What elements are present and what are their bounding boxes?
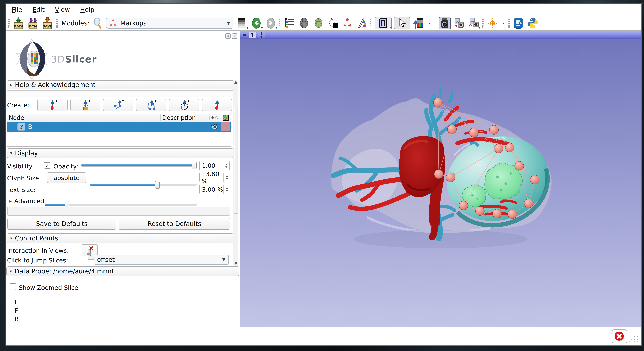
crosshair-dropdown[interactable]: ▾ bbox=[501, 17, 506, 29]
toolbar-grip[interactable] bbox=[279, 18, 281, 28]
extensions-manager-button[interactable] bbox=[512, 17, 524, 29]
resize-grip-icon[interactable] bbox=[627, 335, 638, 344]
toolbar-grip[interactable] bbox=[434, 18, 436, 28]
window-level-button[interactable] bbox=[412, 17, 425, 29]
control-point[interactable] bbox=[434, 170, 443, 178]
toolbar-grip[interactable] bbox=[482, 18, 484, 28]
view3d-viewport[interactable] bbox=[240, 39, 641, 327]
jump-mode-combobox[interactable]: offset ▼ bbox=[94, 254, 229, 265]
control-point[interactable] bbox=[433, 98, 442, 107]
glyph-size-slider[interactable] bbox=[90, 181, 196, 189]
spin-arrows[interactable]: ▲▼ bbox=[224, 173, 230, 182]
opacity-slider-handle[interactable] bbox=[192, 162, 196, 169]
control-point[interactable] bbox=[446, 173, 455, 182]
menu-file[interactable]: File bbox=[12, 6, 22, 14]
glyph-size-spinbox[interactable]: 13.80 % ▲▼ bbox=[199, 173, 230, 182]
window-level-dropdown[interactable]: ▾ bbox=[427, 17, 432, 29]
scroll-down-icon[interactable]: ▼ bbox=[234, 261, 238, 266]
create-angle-button[interactable] bbox=[103, 98, 133, 111]
save-button[interactable]: SAVE bbox=[41, 17, 54, 29]
menu-edit[interactable]: Edit bbox=[32, 6, 45, 14]
reset-to-defaults-button[interactable]: Reset to Defaults bbox=[118, 218, 230, 230]
python-console-button[interactable] bbox=[527, 17, 539, 29]
menu-help[interactable]: Help bbox=[80, 6, 94, 14]
load-data-button[interactable]: DATA bbox=[12, 17, 24, 29]
node-row-b[interactable]: ? B bbox=[7, 122, 231, 132]
subject-hierarchy-button[interactable] bbox=[284, 17, 296, 29]
module-panel-button[interactable]: ▾ bbox=[236, 17, 248, 29]
description-column-header[interactable]: Description bbox=[160, 114, 209, 121]
panel-close-button[interactable]: ✕ bbox=[232, 34, 237, 39]
control-point[interactable] bbox=[505, 143, 514, 152]
load-dicom-button[interactable]: DCM bbox=[27, 17, 39, 29]
scroll-up-icon[interactable]: ▲ bbox=[234, 80, 238, 85]
display-collapsible[interactable]: ▾ Display bbox=[7, 148, 234, 158]
view-crosshair-icon[interactable] bbox=[258, 32, 265, 38]
glyph-size-mode-button[interactable]: absolute bbox=[47, 172, 86, 183]
control-point[interactable] bbox=[530, 175, 539, 184]
node-column-header[interactable]: Node bbox=[7, 114, 160, 121]
visibility-column-header[interactable] bbox=[209, 116, 220, 120]
panel-float-button[interactable]: ⧉ bbox=[225, 34, 230, 39]
visibility-checkbox[interactable]: ✓ bbox=[44, 162, 50, 168]
view3d-header-bar[interactable]: 1 bbox=[240, 32, 641, 39]
models-green-button[interactable] bbox=[312, 17, 324, 29]
models-dark-button[interactable] bbox=[298, 17, 310, 29]
opacity-slider[interactable] bbox=[81, 162, 196, 169]
glyph-slider-handle[interactable] bbox=[155, 181, 160, 189]
toolbar-grip[interactable] bbox=[8, 18, 10, 28]
toolbar-grip[interactable] bbox=[508, 18, 510, 28]
control-point[interactable] bbox=[459, 201, 468, 210]
mouse-interaction-button[interactable] bbox=[394, 17, 410, 29]
create-closed-curve-button[interactable] bbox=[169, 98, 199, 111]
data-probe-collapsible[interactable]: ▾ Data Probe: /home/aure/4.mrml bbox=[6, 266, 239, 276]
show-zoomed-slice-checkbox[interactable] bbox=[10, 284, 16, 290]
control-point[interactable] bbox=[469, 128, 478, 137]
history-back-button[interactable]: ▾ bbox=[250, 17, 262, 29]
create-line-button[interactable] bbox=[70, 98, 100, 111]
annotations-button[interactable] bbox=[356, 17, 368, 29]
create-point-button[interactable] bbox=[37, 98, 68, 111]
control-point[interactable] bbox=[494, 144, 503, 153]
toolbar-grip[interactable] bbox=[370, 18, 372, 28]
history-forward-button[interactable]: ▾ bbox=[265, 17, 277, 29]
modules-combobox[interactable]: Markups ▼ bbox=[106, 18, 234, 28]
control-point[interactable] bbox=[475, 206, 484, 216]
control-points-collapsible[interactable]: ▾ Control Points bbox=[7, 234, 234, 243]
control-point[interactable] bbox=[515, 161, 524, 170]
control-point[interactable] bbox=[448, 125, 456, 134]
help-ack-collapsible[interactable]: ▸ Help & Acknowledgement bbox=[7, 80, 234, 89]
module-search-button[interactable] bbox=[92, 17, 104, 29]
view3d-column: 1 bbox=[240, 30, 641, 345]
layout-selector-button[interactable]: ▾ bbox=[374, 17, 392, 29]
save-to-defaults-button[interactable]: Save to Defaults bbox=[8, 218, 116, 230]
scrollbar-thumb[interactable] bbox=[234, 106, 238, 214]
pin-icon[interactable] bbox=[241, 33, 247, 37]
panel-scrollbar[interactable]: ▲ ▼ bbox=[234, 80, 238, 266]
control-point[interactable] bbox=[493, 209, 502, 218]
close-view-button[interactable] bbox=[612, 329, 627, 344]
spin-arrows[interactable]: ▲▼ bbox=[224, 185, 230, 194]
opacity-spinbox[interactable]: 1.00 ▲▼ bbox=[199, 161, 230, 170]
menu-view[interactable]: View bbox=[55, 6, 70, 14]
control-point[interactable] bbox=[508, 210, 517, 219]
node-color-button[interactable] bbox=[220, 122, 231, 131]
click-to-jump-checkbox[interactable] bbox=[82, 256, 88, 262]
toolbar-grip[interactable] bbox=[56, 18, 58, 28]
text-size-spinbox[interactable]: 3.00 % ▲▼ bbox=[199, 185, 230, 194]
screenshot-button[interactable] bbox=[439, 17, 451, 29]
color-column-header[interactable] bbox=[220, 115, 231, 120]
advanced-collapsible[interactable]: ▸ Advanced bbox=[10, 198, 44, 204]
control-point[interactable] bbox=[490, 125, 498, 134]
view3d-tab[interactable]: 1 bbox=[248, 32, 256, 38]
markups-place-button[interactable] bbox=[341, 17, 354, 29]
create-open-curve-button[interactable] bbox=[136, 98, 166, 111]
scene-view-button[interactable] bbox=[453, 17, 465, 29]
node-visibility-toggle[interactable] bbox=[209, 124, 220, 130]
create-plane-button[interactable] bbox=[202, 98, 232, 111]
scene-view-restore-button[interactable]: ▾ bbox=[468, 17, 480, 29]
spin-arrows[interactable]: ▲▼ bbox=[223, 161, 230, 170]
control-point[interactable] bbox=[524, 199, 533, 208]
volume-rendering-button[interactable] bbox=[327, 17, 339, 29]
crosshair-button[interactable] bbox=[486, 17, 498, 29]
